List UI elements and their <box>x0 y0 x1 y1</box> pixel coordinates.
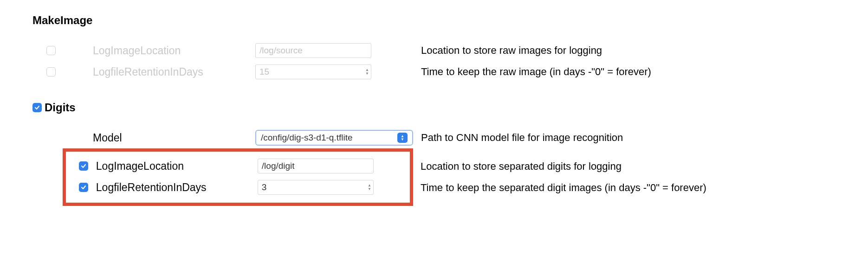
section-digits-header: Digits <box>32 101 836 114</box>
digits-row-logfile-retention: LogfileRetentionInDays ▲▼ <box>66 177 410 198</box>
checkbox-digits-log-image-location[interactable] <box>79 161 88 171</box>
input-logfile-retention[interactable] <box>255 64 371 79</box>
input-digits-logfile-retention[interactable] <box>258 180 374 195</box>
desc-log-image-location: Location to store raw images for logging <box>420 45 602 57</box>
checkbox-logfile-retention[interactable] <box>46 67 56 77</box>
select-model[interactable]: /config/dig-s3-d1-q.tflite ▲▼ <box>255 130 413 146</box>
desc-model: Path to CNN model file for image recogni… <box>420 132 623 144</box>
stepper-icon[interactable]: ▲▼ <box>367 184 372 191</box>
digits-row-model: Model /config/dig-s3-d1-q.tflite ▲▼ Path… <box>32 127 836 148</box>
section-makeimage-title: MakeImage <box>32 14 836 27</box>
digits-row-log-image-location: LogImageLocation <box>66 155 410 177</box>
label-model: Model <box>93 132 255 144</box>
desc-logfile-retention: Time to keep the raw image (in days -"0"… <box>420 66 651 78</box>
checkbox-section-digits[interactable] <box>32 103 42 112</box>
checkbox-digits-logfile-retention[interactable] <box>79 183 88 192</box>
makeimage-row-log-image-location: LogImageLocation Location to store raw i… <box>32 40 836 61</box>
label-digits-log-image-location: LogImageLocation <box>96 160 258 173</box>
highlight-box: LogImageLocation LogfileRetentionInDays … <box>63 148 413 206</box>
section-digits-title: Digits <box>45 101 76 114</box>
select-model-value: /config/dig-s3-d1-q.tflite <box>261 133 353 143</box>
checkbox-log-image-location[interactable] <box>46 46 56 55</box>
desc-digits-logfile-retention: Time to keep the separated digit images … <box>413 182 706 194</box>
label-logfile-retention: LogfileRetentionInDays <box>93 66 255 78</box>
input-digits-log-image-location[interactable] <box>258 159 374 173</box>
label-digits-logfile-retention: LogfileRetentionInDays <box>96 181 258 194</box>
stepper-icon[interactable]: ▲▼ <box>365 68 369 76</box>
label-log-image-location: LogImageLocation <box>93 45 255 57</box>
input-log-image-location[interactable] <box>255 43 371 58</box>
makeimage-row-logfile-retention: LogfileRetentionInDays ▲▼ Time to keep t… <box>32 61 836 83</box>
desc-digits-log-image-location: Location to store separated digits for l… <box>413 160 622 173</box>
chevron-updown-icon: ▲▼ <box>397 133 408 143</box>
